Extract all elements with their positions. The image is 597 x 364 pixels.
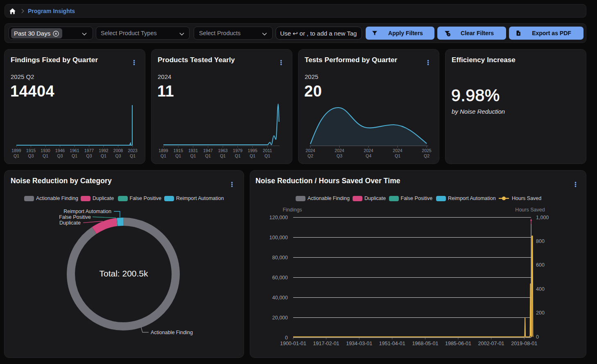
svg-text:Findings: Findings <box>283 207 302 213</box>
svg-text:Reimport Automation: Reimport Automation <box>63 209 111 214</box>
svg-text:False Positive: False Positive <box>59 214 91 220</box>
svg-text:0: 0 <box>285 335 288 341</box>
svg-text:1951-04-01: 1951-04-01 <box>379 341 405 346</box>
svg-text:Total: 200.5k: Total: 200.5k <box>99 269 148 278</box>
svg-text:0: 0 <box>536 334 539 340</box>
svg-text:800: 800 <box>536 238 545 244</box>
svg-text:1,000: 1,000 <box>536 215 549 220</box>
svg-text:Actionable Finding: Actionable Finding <box>151 330 193 335</box>
svg-text:40,000: 40,000 <box>272 295 287 301</box>
svg-text:1900-01-01: 1900-01-01 <box>280 341 306 346</box>
svg-text:1985-06-01: 1985-06-01 <box>445 341 471 346</box>
svg-text:1934-03-01: 1934-03-01 <box>346 341 372 346</box>
svg-text:Hours Saved: Hours Saved <box>515 207 545 213</box>
svg-text:100,000: 100,000 <box>269 235 287 240</box>
svg-text:1968-05-01: 1968-05-01 <box>412 341 438 346</box>
svg-text:400: 400 <box>536 286 545 292</box>
svg-text:1917-02-01: 1917-02-01 <box>313 341 339 346</box>
svg-text:60,000: 60,000 <box>272 275 287 281</box>
svg-text:2002-07-01: 2002-07-01 <box>478 341 504 346</box>
svg-text:80,000: 80,000 <box>272 255 287 261</box>
svg-text:600: 600 <box>536 262 545 268</box>
svg-text:Duplicate: Duplicate <box>59 220 81 226</box>
svg-text:200: 200 <box>536 310 545 316</box>
svg-text:2019-08-01: 2019-08-01 <box>511 341 537 346</box>
svg-text:120,000: 120,000 <box>269 215 287 220</box>
svg-text:20,000: 20,000 <box>272 315 287 321</box>
